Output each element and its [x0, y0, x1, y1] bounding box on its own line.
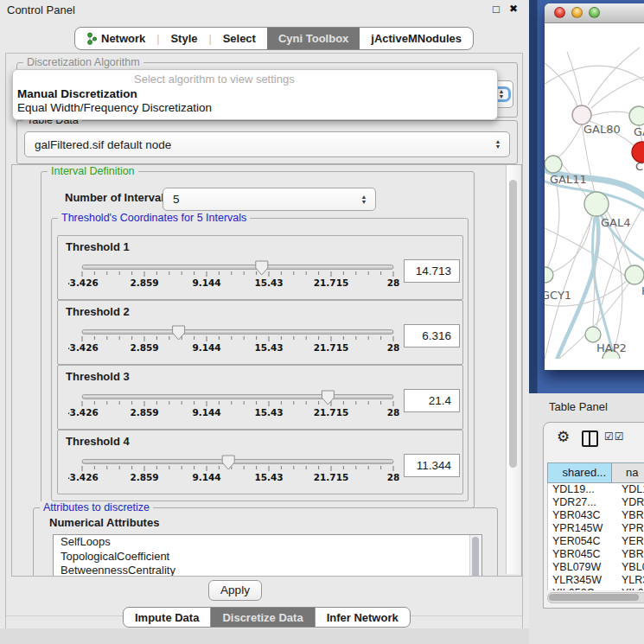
- list-scrollbar[interactable]: [469, 535, 481, 577]
- number-of-intervals-combobox[interactable]: 5 ▲▼: [163, 188, 376, 211]
- table-row[interactable]: YBR043CYBR0: [548, 509, 644, 522]
- table-panel-title: Table Panel: [549, 400, 608, 413]
- network-node-gal4[interactable]: [584, 192, 609, 216]
- network-node-gcy1[interactable]: [545, 267, 553, 283]
- threshold-value-field[interactable]: 11.344: [404, 454, 460, 477]
- control-panel: Control Panel □ ✖ Network|Style|SelectCy…: [0, 0, 529, 644]
- svg-text:9.144: 9.144: [192, 472, 220, 482]
- network-node-gal80[interactable]: [572, 105, 591, 124]
- gear-icon[interactable]: ⚙: [557, 430, 570, 445]
- attributes-group: Attributes to discretize Numerical Attri…: [33, 507, 498, 577]
- group-title: Discretization Algorithm: [23, 56, 143, 68]
- threshold-slider[interactable]: -3.4262.8599.14415.4321.71528: [68, 258, 407, 293]
- svg-text:-3.426: -3.426: [68, 472, 99, 482]
- table-data-group: Table Data galFiltered.sif default node …: [16, 120, 518, 164]
- threshold-label: Threshold 4: [66, 435, 130, 448]
- tab-jactivemnodules[interactable]: jActiveMNodules: [360, 28, 473, 49]
- dropdown-option-manual[interactable]: Manual Discretization: [13, 87, 497, 101]
- group-title: Threshold's Coordinates for 5 Intervals: [58, 212, 250, 224]
- tab-select[interactable]: Select: [212, 28, 267, 49]
- numerical-attributes-list[interactable]: SelfLoopsTopologicalCoefficientBetweenne…: [53, 534, 482, 577]
- algorithm-dropdown-popup: Select algorithm to view settings Manual…: [12, 69, 498, 120]
- tab-impute-data[interactable]: Impute Data: [124, 608, 210, 627]
- column-header-name[interactable]: na: [612, 463, 644, 482]
- table-row[interactable]: YLR345WYLR3: [548, 574, 644, 587]
- network-node-h[interactable]: [625, 265, 644, 284]
- network-node-ga[interactable]: [629, 106, 644, 125]
- node-label: GAL11: [550, 173, 587, 186]
- table-row[interactable]: YPR145WYPR1: [548, 522, 644, 535]
- tab-network[interactable]: Network: [75, 28, 156, 49]
- status-strip: [0, 628, 529, 644]
- group-title: Interval Definition: [48, 165, 138, 177]
- horizontal-scrollbar[interactable]: [547, 592, 644, 603]
- svg-text:9.144: 9.144: [192, 277, 220, 288]
- node-label: GCY1: [545, 289, 571, 302]
- table-row[interactable]: YER054CYER0: [548, 535, 644, 548]
- threshold-value-field[interactable]: 21.4: [404, 389, 460, 412]
- cyni-bottom-tabs: Impute DataDiscretize DataInfer Network: [123, 607, 411, 628]
- numerical-attributes-label: Numerical Attributes: [49, 516, 159, 529]
- vertical-scrollbar[interactable]: [506, 165, 520, 574]
- threshold-panel-4: Threshold 4-3.4262.8599.14415.4321.71528…: [57, 430, 463, 494]
- svg-text:28: 28: [387, 472, 400, 482]
- settings-scroll-area: Interval Definition Number of Intervals …: [11, 164, 522, 577]
- threshold-slider[interactable]: -3.4262.8599.14415.4321.71528: [68, 388, 407, 423]
- network-node-hap2[interactable]: [585, 327, 601, 342]
- group-title: Attributes to discretize: [40, 501, 153, 513]
- threshold-slider[interactable]: -3.4262.8599.14415.4321.71528: [68, 453, 407, 488]
- column-header-shared-name[interactable]: shared...: [548, 463, 612, 482]
- table-row[interactable]: YDR27...YDR2: [548, 496, 644, 509]
- network-node-gal11[interactable]: [545, 156, 562, 173]
- network-window-titlebar[interactable]: [545, 3, 644, 23]
- table-panel-body: ⚙ ☑☑ shared... na YDL19...YDL1YDR27...YD…: [543, 422, 644, 609]
- node-table: shared... na YDL19...YDL1YDR27...YDR2YBR…: [547, 462, 644, 590]
- svg-text:21.715: 21.715: [314, 277, 349, 288]
- tab-cyni-toolbox[interactable]: Cyni Toolbox: [267, 28, 360, 49]
- zoom-traffic-light-icon[interactable]: [589, 7, 600, 18]
- tab-discretize-data[interactable]: Discretize Data: [210, 608, 314, 627]
- svg-text:15.43: 15.43: [254, 277, 283, 288]
- float-icon[interactable]: □: [489, 3, 503, 16]
- dropdown-option-equal-width[interactable]: Equal Width/Frequency Discretization: [13, 101, 497, 115]
- table-data-combobox[interactable]: galFiltered.sif default node ▲▼: [24, 131, 510, 157]
- table-row[interactable]: YDL19...YDL1: [548, 483, 644, 496]
- network-graph[interactable]: GAL80GACGAL11GAL4GCY1HHAP2: [545, 22, 644, 359]
- apply-button[interactable]: Apply: [208, 580, 262, 601]
- table-header-row: shared... na: [547, 462, 644, 483]
- table-row[interactable]: YIL052CYIL0: [548, 587, 644, 590]
- svg-text:15.43: 15.43: [254, 472, 283, 482]
- svg-text:-3.426: -3.426: [68, 407, 99, 418]
- network-view-window: GAL80GACGAL11GAL4GCY1HHAP2: [545, 3, 644, 370]
- combo-stepper-icon[interactable]: ▲▼: [491, 139, 505, 150]
- svg-text:28: 28: [387, 407, 400, 418]
- svg-text:21.715: 21.715: [314, 407, 349, 418]
- threshold-slider[interactable]: -3.4262.8599.14415.4321.71528: [68, 323, 407, 358]
- threshold-label: Threshold 1: [66, 240, 130, 253]
- close-traffic-light-icon[interactable]: [554, 7, 565, 18]
- attribute-item[interactable]: TopologicalCoefficient: [54, 550, 481, 564]
- combo-stepper-icon[interactable]: ▲▼: [357, 194, 371, 205]
- svg-text:2.859: 2.859: [130, 472, 158, 482]
- tab-infer-network[interactable]: Infer Network: [315, 608, 410, 627]
- threshold-panel-2: Threshold 2-3.4262.8599.14415.4321.71528…: [57, 300, 463, 365]
- table-row[interactable]: YBR045CYBR0: [548, 548, 644, 561]
- svg-text:21.715: 21.715: [314, 342, 349, 353]
- svg-text:-3.426: -3.426: [68, 342, 99, 353]
- threshold-value-field[interactable]: 14.713: [404, 259, 460, 283]
- attribute-item[interactable]: BetweennessCentrality: [54, 564, 481, 577]
- checkboxes-icon[interactable]: ☑☑: [604, 430, 625, 443]
- minimize-traffic-light-icon[interactable]: [571, 7, 583, 18]
- attribute-item[interactable]: SelfLoops: [54, 535, 481, 550]
- control-panel-titlebar: Control Panel □ ✖: [0, 0, 529, 21]
- close-icon[interactable]: ✖: [507, 3, 520, 16]
- threshold-value-field[interactable]: 6.316: [404, 324, 460, 348]
- tab-style[interactable]: Style: [159, 28, 208, 49]
- scrollbar-thumb[interactable]: [549, 594, 639, 601]
- cyni-toolbox-panel: Discretization Algorithm ▲▼ Select algor…: [5, 53, 523, 629]
- columns-icon[interactable]: [582, 430, 598, 447]
- table-row[interactable]: YBL079WYBL0: [548, 561, 644, 574]
- number-of-intervals-value: 5: [163, 193, 357, 206]
- scrollbar-thumb[interactable]: [509, 180, 517, 468]
- svg-text:-3.426: -3.426: [68, 277, 99, 288]
